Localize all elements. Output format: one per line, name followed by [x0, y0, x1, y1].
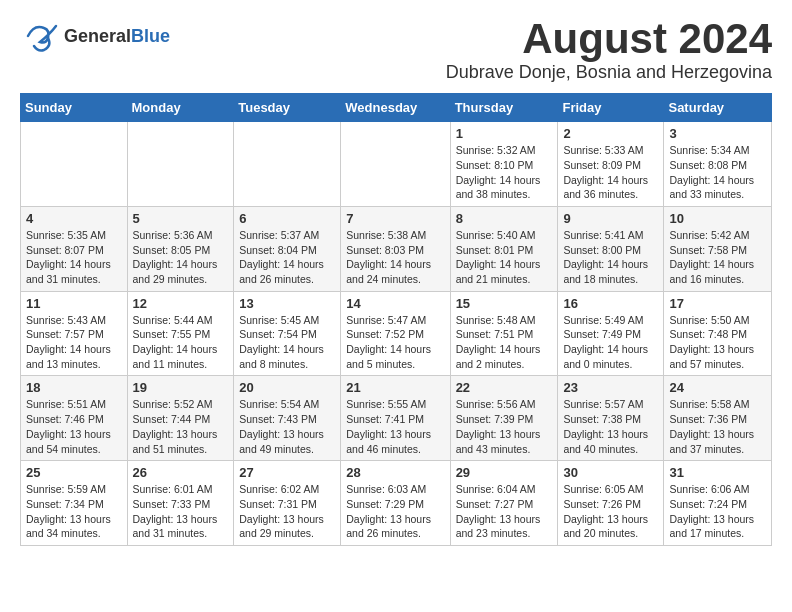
- day-number: 1: [456, 126, 553, 141]
- day-number: 22: [456, 380, 553, 395]
- day-number: 30: [563, 465, 658, 480]
- calendar-table: SundayMondayTuesdayWednesdayThursdayFrid…: [20, 93, 772, 546]
- day-number: 28: [346, 465, 444, 480]
- calendar-cell: 1Sunrise: 5:32 AM Sunset: 8:10 PM Daylig…: [450, 122, 558, 207]
- calendar-cell: 17Sunrise: 5:50 AM Sunset: 7:48 PM Dayli…: [664, 291, 772, 376]
- calendar-cell: 10Sunrise: 5:42 AM Sunset: 7:58 PM Dayli…: [664, 206, 772, 291]
- calendar-week-row: 11Sunrise: 5:43 AM Sunset: 7:57 PM Dayli…: [21, 291, 772, 376]
- day-number: 13: [239, 296, 335, 311]
- calendar-cell: 20Sunrise: 5:54 AM Sunset: 7:43 PM Dayli…: [234, 376, 341, 461]
- calendar-day-header: Sunday: [21, 94, 128, 122]
- day-info: Sunrise: 5:55 AM Sunset: 7:41 PM Dayligh…: [346, 397, 444, 456]
- calendar-cell: 22Sunrise: 5:56 AM Sunset: 7:39 PM Dayli…: [450, 376, 558, 461]
- logo-text: GeneralBlue: [64, 27, 170, 45]
- day-number: 23: [563, 380, 658, 395]
- logo-blue: Blue: [131, 26, 170, 46]
- calendar-cell: 19Sunrise: 5:52 AM Sunset: 7:44 PM Dayli…: [127, 376, 234, 461]
- day-number: 24: [669, 380, 766, 395]
- day-number: 29: [456, 465, 553, 480]
- day-number: 3: [669, 126, 766, 141]
- day-info: Sunrise: 5:43 AM Sunset: 7:57 PM Dayligh…: [26, 313, 122, 372]
- calendar-cell: [341, 122, 450, 207]
- day-number: 2: [563, 126, 658, 141]
- day-number: 16: [563, 296, 658, 311]
- day-number: 26: [133, 465, 229, 480]
- day-info: Sunrise: 5:50 AM Sunset: 7:48 PM Dayligh…: [669, 313, 766, 372]
- location-title: Dubrave Donje, Bosnia and Herzegovina: [446, 62, 772, 83]
- day-info: Sunrise: 5:42 AM Sunset: 7:58 PM Dayligh…: [669, 228, 766, 287]
- calendar-day-header: Tuesday: [234, 94, 341, 122]
- calendar-day-header: Thursday: [450, 94, 558, 122]
- calendar-cell: 15Sunrise: 5:48 AM Sunset: 7:51 PM Dayli…: [450, 291, 558, 376]
- day-number: 25: [26, 465, 122, 480]
- calendar-header-row: SundayMondayTuesdayWednesdayThursdayFrid…: [21, 94, 772, 122]
- day-number: 19: [133, 380, 229, 395]
- day-info: Sunrise: 5:38 AM Sunset: 8:03 PM Dayligh…: [346, 228, 444, 287]
- title-area: August 2024 Dubrave Donje, Bosnia and He…: [446, 16, 772, 83]
- day-number: 21: [346, 380, 444, 395]
- day-number: 12: [133, 296, 229, 311]
- day-info: Sunrise: 6:02 AM Sunset: 7:31 PM Dayligh…: [239, 482, 335, 541]
- day-info: Sunrise: 5:32 AM Sunset: 8:10 PM Dayligh…: [456, 143, 553, 202]
- day-info: Sunrise: 5:45 AM Sunset: 7:54 PM Dayligh…: [239, 313, 335, 372]
- day-number: 6: [239, 211, 335, 226]
- calendar-cell: 9Sunrise: 5:41 AM Sunset: 8:00 PM Daylig…: [558, 206, 664, 291]
- day-number: 14: [346, 296, 444, 311]
- day-info: Sunrise: 5:33 AM Sunset: 8:09 PM Dayligh…: [563, 143, 658, 202]
- calendar-day-header: Monday: [127, 94, 234, 122]
- day-info: Sunrise: 5:49 AM Sunset: 7:49 PM Dayligh…: [563, 313, 658, 372]
- day-number: 7: [346, 211, 444, 226]
- calendar-cell: [234, 122, 341, 207]
- calendar-cell: 29Sunrise: 6:04 AM Sunset: 7:27 PM Dayli…: [450, 461, 558, 546]
- calendar-cell: 13Sunrise: 5:45 AM Sunset: 7:54 PM Dayli…: [234, 291, 341, 376]
- day-info: Sunrise: 5:51 AM Sunset: 7:46 PM Dayligh…: [26, 397, 122, 456]
- calendar-cell: [127, 122, 234, 207]
- day-info: Sunrise: 5:36 AM Sunset: 8:05 PM Dayligh…: [133, 228, 229, 287]
- calendar-cell: 6Sunrise: 5:37 AM Sunset: 8:04 PM Daylig…: [234, 206, 341, 291]
- calendar-week-row: 1Sunrise: 5:32 AM Sunset: 8:10 PM Daylig…: [21, 122, 772, 207]
- calendar-cell: 3Sunrise: 5:34 AM Sunset: 8:08 PM Daylig…: [664, 122, 772, 207]
- day-number: 31: [669, 465, 766, 480]
- logo: GeneralBlue: [20, 16, 170, 56]
- calendar-cell: 26Sunrise: 6:01 AM Sunset: 7:33 PM Dayli…: [127, 461, 234, 546]
- day-number: 4: [26, 211, 122, 226]
- day-info: Sunrise: 5:40 AM Sunset: 8:01 PM Dayligh…: [456, 228, 553, 287]
- day-number: 10: [669, 211, 766, 226]
- calendar-cell: 16Sunrise: 5:49 AM Sunset: 7:49 PM Dayli…: [558, 291, 664, 376]
- calendar-week-row: 4Sunrise: 5:35 AM Sunset: 8:07 PM Daylig…: [21, 206, 772, 291]
- day-info: Sunrise: 5:54 AM Sunset: 7:43 PM Dayligh…: [239, 397, 335, 456]
- calendar-cell: 4Sunrise: 5:35 AM Sunset: 8:07 PM Daylig…: [21, 206, 128, 291]
- day-number: 18: [26, 380, 122, 395]
- calendar-cell: 24Sunrise: 5:58 AM Sunset: 7:36 PM Dayli…: [664, 376, 772, 461]
- calendar-week-row: 25Sunrise: 5:59 AM Sunset: 7:34 PM Dayli…: [21, 461, 772, 546]
- calendar-cell: 28Sunrise: 6:03 AM Sunset: 7:29 PM Dayli…: [341, 461, 450, 546]
- calendar-day-header: Saturday: [664, 94, 772, 122]
- calendar-cell: 31Sunrise: 6:06 AM Sunset: 7:24 PM Dayli…: [664, 461, 772, 546]
- day-number: 15: [456, 296, 553, 311]
- header: GeneralBlue August 2024 Dubrave Donje, B…: [20, 16, 772, 83]
- calendar-cell: 2Sunrise: 5:33 AM Sunset: 8:09 PM Daylig…: [558, 122, 664, 207]
- calendar-cell: 11Sunrise: 5:43 AM Sunset: 7:57 PM Dayli…: [21, 291, 128, 376]
- day-info: Sunrise: 5:57 AM Sunset: 7:38 PM Dayligh…: [563, 397, 658, 456]
- calendar-cell: [21, 122, 128, 207]
- day-info: Sunrise: 6:06 AM Sunset: 7:24 PM Dayligh…: [669, 482, 766, 541]
- calendar-cell: 25Sunrise: 5:59 AM Sunset: 7:34 PM Dayli…: [21, 461, 128, 546]
- day-info: Sunrise: 5:52 AM Sunset: 7:44 PM Dayligh…: [133, 397, 229, 456]
- calendar-cell: 18Sunrise: 5:51 AM Sunset: 7:46 PM Dayli…: [21, 376, 128, 461]
- day-info: Sunrise: 6:04 AM Sunset: 7:27 PM Dayligh…: [456, 482, 553, 541]
- calendar-cell: 30Sunrise: 6:05 AM Sunset: 7:26 PM Dayli…: [558, 461, 664, 546]
- day-number: 5: [133, 211, 229, 226]
- day-number: 27: [239, 465, 335, 480]
- calendar-day-header: Friday: [558, 94, 664, 122]
- calendar-cell: 7Sunrise: 5:38 AM Sunset: 8:03 PM Daylig…: [341, 206, 450, 291]
- day-number: 20: [239, 380, 335, 395]
- day-number: 8: [456, 211, 553, 226]
- calendar-week-row: 18Sunrise: 5:51 AM Sunset: 7:46 PM Dayli…: [21, 376, 772, 461]
- calendar-cell: 23Sunrise: 5:57 AM Sunset: 7:38 PM Dayli…: [558, 376, 664, 461]
- month-title: August 2024: [446, 16, 772, 62]
- day-info: Sunrise: 5:59 AM Sunset: 7:34 PM Dayligh…: [26, 482, 122, 541]
- day-number: 11: [26, 296, 122, 311]
- calendar-cell: 12Sunrise: 5:44 AM Sunset: 7:55 PM Dayli…: [127, 291, 234, 376]
- logo-general: General: [64, 26, 131, 46]
- day-number: 17: [669, 296, 766, 311]
